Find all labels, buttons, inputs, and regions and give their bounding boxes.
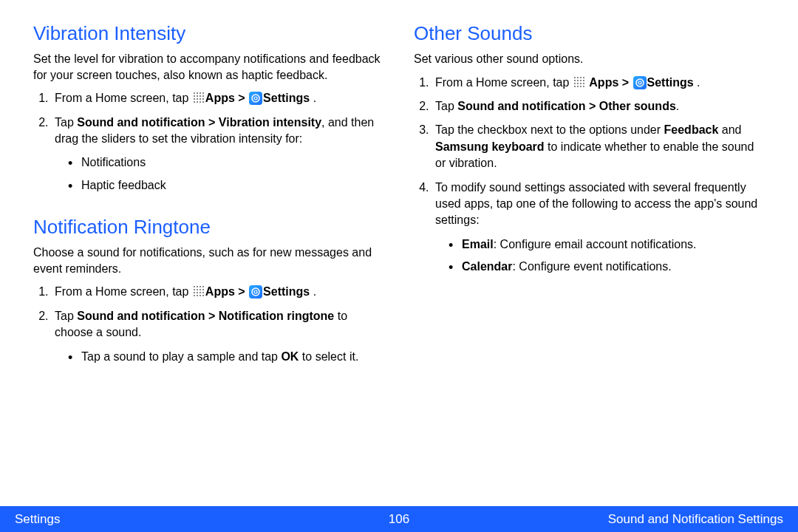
svg-point-0 bbox=[252, 95, 259, 102]
footer-page-number: 106 bbox=[389, 512, 409, 527]
step-item: Tap the checkbox next to the options und… bbox=[432, 122, 765, 171]
section-notification-ringtone: Notification Ringtone Choose a sound for… bbox=[33, 216, 384, 365]
apps-grid-icon bbox=[193, 92, 205, 103]
svg-point-1 bbox=[254, 97, 257, 100]
svg-point-4 bbox=[636, 79, 644, 86]
bullet-item: Tap a sound to play a sample and tap OK … bbox=[68, 349, 384, 365]
bullet-list: Email: Configure email account notificat… bbox=[435, 236, 765, 276]
footer-left: Settings bbox=[15, 512, 60, 527]
bullet-item: Calendar: Configure event notifications. bbox=[449, 259, 765, 275]
settings-gear-icon bbox=[249, 92, 262, 105]
apps-grid-icon bbox=[573, 76, 585, 88]
bullet-item: Haptic feedback bbox=[68, 177, 384, 194]
step-item: From a Home screen, tap Apps > Settings … bbox=[432, 75, 765, 91]
step-item: Tap Sound and notification > Notificatio… bbox=[52, 308, 384, 365]
step-item: To modify sound settings associated with… bbox=[432, 180, 765, 276]
svg-point-3 bbox=[254, 290, 257, 293]
heading-notification-ringtone: Notification Ringtone bbox=[33, 216, 384, 239]
heading-other-sounds: Other Sounds bbox=[414, 22, 765, 45]
step-item: Tap Sound and notification > Other sound… bbox=[432, 98, 765, 115]
bullet-list: Notifications Haptic feedback bbox=[55, 154, 384, 194]
left-column: Vibration Intensity Set the level for vi… bbox=[33, 22, 384, 506]
steps-vibration-intensity: From a Home screen, tap Apps > Settings … bbox=[33, 90, 384, 194]
svg-point-5 bbox=[638, 81, 641, 84]
section-vibration-intensity: Vibration Intensity Set the level for vi… bbox=[33, 22, 384, 194]
desc-other-sounds: Set various other sound options. bbox=[414, 51, 765, 67]
steps-other-sounds: From a Home screen, tap Apps > Settings … bbox=[414, 75, 765, 276]
step-item: From a Home screen, tap Apps > Settings … bbox=[52, 284, 384, 300]
steps-notification-ringtone: From a Home screen, tap Apps > Settings … bbox=[33, 284, 384, 365]
settings-gear-icon bbox=[249, 285, 262, 299]
bullet-item: Email: Configure email account notificat… bbox=[449, 236, 765, 253]
page-footer: Settings 106 Sound and Notification Sett… bbox=[0, 506, 798, 532]
apps-grid-icon bbox=[193, 285, 205, 297]
page-content: Vibration Intensity Set the level for vi… bbox=[0, 0, 798, 506]
bullet-item: Notifications bbox=[68, 154, 384, 171]
desc-vibration-intensity: Set the level for vibration to accompany… bbox=[33, 51, 384, 83]
desc-notification-ringtone: Choose a sound for notifications, such a… bbox=[33, 245, 384, 276]
section-other-sounds: Other Sounds Set various other sound opt… bbox=[414, 22, 765, 276]
step-item: From a Home screen, tap Apps > Settings … bbox=[52, 90, 384, 106]
heading-vibration-intensity: Vibration Intensity bbox=[33, 22, 384, 45]
footer-right: Sound and Notification Settings bbox=[608, 512, 783, 527]
bullet-list: Tap a sound to play a sample and tap OK … bbox=[55, 349, 384, 365]
svg-point-2 bbox=[252, 288, 259, 296]
right-column: Other Sounds Set various other sound opt… bbox=[414, 22, 765, 506]
step-item: Tap Sound and notification > Vibration i… bbox=[52, 115, 384, 194]
settings-gear-icon bbox=[633, 76, 647, 89]
